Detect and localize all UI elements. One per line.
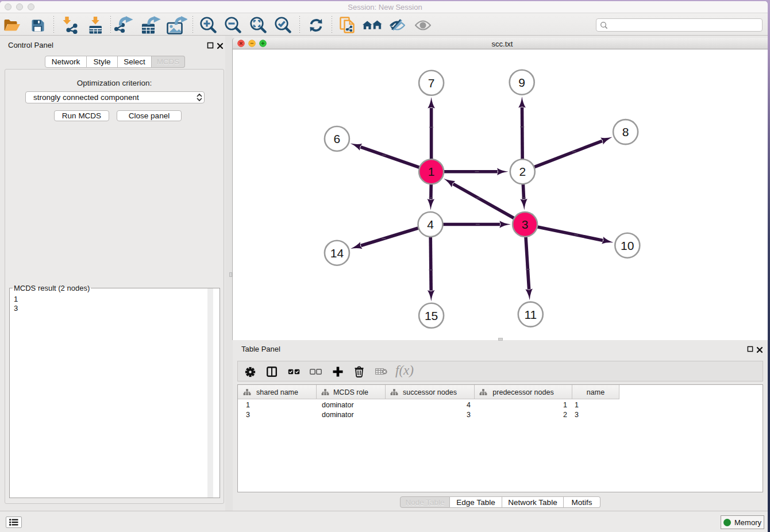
svg-text:9: 9	[518, 76, 525, 89]
svg-text:8: 8	[622, 125, 629, 138]
svg-text:3: 3	[522, 218, 529, 231]
svg-text:6: 6	[334, 132, 341, 145]
svg-text:2: 2	[519, 165, 526, 178]
svg-text:7: 7	[428, 76, 435, 90]
svg-text:f(x): f(x)	[395, 364, 414, 377]
svg-text:15: 15	[425, 309, 438, 322]
svg-text:1: 1	[428, 165, 435, 178]
svg-text:10: 10	[621, 239, 634, 252]
svg-text:14: 14	[330, 246, 344, 260]
svg-text:11: 11	[524, 308, 537, 321]
svg-text:4: 4	[427, 218, 434, 231]
